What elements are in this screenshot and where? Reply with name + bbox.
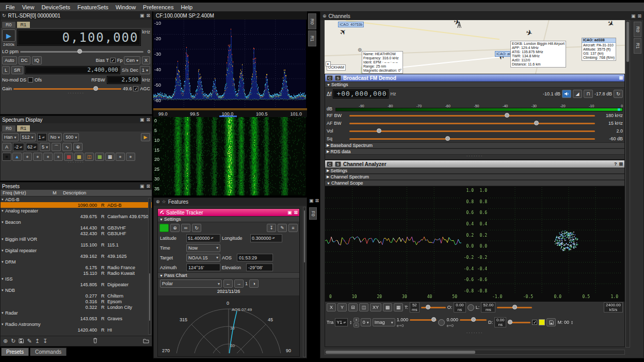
grid-icon[interactable] bbox=[105, 153, 115, 161]
shrink-icon[interactable] bbox=[140, 13, 144, 18]
link-device-icon[interactable] bbox=[181, 224, 190, 232]
slider[interactable] bbox=[349, 112, 595, 119]
features-scrollbar[interactable] bbox=[303, 207, 306, 357]
tree-expand-icon[interactable]: ▾ bbox=[1, 209, 5, 213]
decimation-select[interactable]: 1 bbox=[140, 66, 150, 74]
close-icon[interactable] bbox=[637, 14, 641, 19]
lo-ppm-slider[interactable] bbox=[20, 48, 143, 55]
preset-row[interactable]: 432.430 R GB3UHF bbox=[1, 231, 152, 236]
close-icon[interactable] bbox=[619, 76, 623, 80]
tree-expand-icon[interactable]: ▾ bbox=[1, 322, 5, 326]
tab-presets[interactable]: Presets bbox=[1, 348, 29, 356]
trace-visible-checkbox[interactable] bbox=[532, 320, 537, 325]
slider[interactable] bbox=[349, 136, 595, 142]
autotarget-icon[interactable] bbox=[170, 224, 180, 232]
preset-row[interactable]: 115.100 R 115.1 bbox=[1, 242, 152, 248]
channels-vertical-scrollbar[interactable] bbox=[625, 20, 630, 348]
amplitude-slider[interactable] bbox=[410, 317, 437, 323]
play-spectrum-button[interactable]: ▶ bbox=[141, 133, 150, 141]
trace-offset-slider[interactable] bbox=[460, 317, 487, 323]
vertical-tab-r1[interactable]: R1 bbox=[308, 30, 316, 46]
range-stepper[interactable]: 62 bbox=[26, 143, 38, 151]
tree-expand-icon[interactable]: ▾ bbox=[1, 237, 5, 241]
latitude-field[interactable]: 51.400000 bbox=[186, 234, 220, 242]
fm-settings-section[interactable]: ▼Settings bbox=[325, 81, 624, 88]
feature-presets-icon[interactable] bbox=[162, 200, 166, 204]
frequency-tracker-icon[interactable] bbox=[73, 143, 83, 151]
preset-row[interactable]: ▾ Biggin Hill VOR bbox=[1, 236, 152, 242]
preset-row[interactable]: 15.110 R Radio Kuwait bbox=[1, 270, 152, 276]
download-icon[interactable] bbox=[267, 224, 276, 232]
pass-chart-section[interactable]: ▼Pass Chart bbox=[158, 272, 299, 278]
dark-theme-icon[interactable] bbox=[249, 279, 259, 288]
frequency-position-select[interactable]: Cen bbox=[124, 56, 140, 64]
sample-rate-display[interactable]: 2,400,000 bbox=[25, 66, 120, 74]
preset-row[interactable]: ▾ NDB bbox=[1, 287, 152, 293]
aircraft-icon[interactable]: ✈ bbox=[525, 28, 534, 38]
grid-toggle-icon[interactable] bbox=[23, 153, 32, 161]
fft-window-select[interactable]: Han bbox=[2, 133, 19, 141]
channels-horizontal-scrollbar[interactable] bbox=[325, 350, 625, 355]
preset-row[interactable]: 143.053 R Graves bbox=[1, 316, 152, 321]
trace-updown[interactable]: ▲▼ bbox=[349, 320, 352, 324]
column-freq[interactable]: Freq (MHz) bbox=[1, 190, 53, 195]
close-icon[interactable] bbox=[146, 118, 150, 122]
vertical-tab-r0[interactable]: R0 bbox=[308, 13, 316, 29]
menu-item[interactable]: FeatureSets bbox=[74, 4, 112, 11]
tab-r1[interactable]: R1 bbox=[17, 125, 31, 131]
scope-xy-canvas[interactable] bbox=[488, 187, 622, 294]
preset-row[interactable]: 0.316 R Epsom bbox=[1, 299, 152, 304]
change-device-icon[interactable] bbox=[2, 13, 6, 18]
waterfall-canvas[interactable] bbox=[153, 117, 306, 195]
menu-item[interactable]: Help bbox=[177, 4, 196, 11]
deemphasis-icon[interactable] bbox=[573, 90, 582, 98]
edit-preset-icon[interactable] bbox=[27, 338, 31, 344]
freeze-icon[interactable] bbox=[116, 153, 125, 161]
vertical-tab-r0[interactable]: R0 bbox=[634, 22, 641, 37]
add-channel-icon[interactable] bbox=[323, 14, 327, 19]
iq-button[interactable]: IQ bbox=[32, 56, 42, 64]
preset-row[interactable]: 1420.400 R HI bbox=[1, 327, 152, 333]
shrink-icon[interactable] bbox=[140, 184, 144, 189]
menu-item[interactable]: Preferences bbox=[139, 4, 177, 11]
refresh-rate-select[interactable]: 500 bbox=[63, 133, 79, 141]
start-device-button[interactable]: ▶ bbox=[2, 29, 15, 42]
tree-expand-icon[interactable]: ▾ bbox=[1, 198, 5, 202]
tab-r1[interactable]: R1 bbox=[17, 21, 31, 28]
sr-button[interactable]: SR bbox=[11, 66, 23, 74]
preset-row[interactable]: 145.805 R Digipeater bbox=[1, 282, 152, 287]
antenna-tower-icon[interactable] bbox=[457, 21, 462, 29]
preset-row[interactable]: ▾ DRM bbox=[1, 259, 152, 265]
time-select[interactable]: Now bbox=[186, 244, 220, 252]
resize-grip[interactable]: ······· bbox=[325, 155, 624, 158]
max-hold-icon[interactable] bbox=[33, 153, 42, 161]
reference-level-stepper[interactable]: -2 bbox=[13, 143, 24, 151]
center-frequency-display[interactable]: 0,100,000 bbox=[17, 29, 141, 46]
delay-slider[interactable] bbox=[508, 319, 530, 325]
baseband-spectrum-section[interactable]: ▶Baseband Spectrum bbox=[325, 142, 624, 149]
tab-commands[interactable]: Commands bbox=[30, 348, 67, 356]
phosphor-icon[interactable] bbox=[52, 143, 61, 151]
markers-icon[interactable] bbox=[62, 143, 72, 151]
spectrum-canvas[interactable] bbox=[153, 20, 306, 108]
agc-checkbox[interactable] bbox=[133, 86, 138, 91]
export-preset-icon[interactable] bbox=[35, 338, 40, 344]
resize-grip[interactable]: ······· bbox=[1, 92, 152, 95]
tree-expand-icon[interactable]: ▾ bbox=[1, 288, 5, 292]
preset-row[interactable]: ▾ Radar bbox=[1, 310, 152, 316]
channel-settings-button[interactable]: C bbox=[327, 75, 333, 81]
time-scale-slider[interactable] bbox=[421, 304, 446, 310]
audio-mute-icon[interactable] bbox=[562, 90, 571, 98]
update-tle-icon[interactable] bbox=[192, 224, 201, 232]
close-icon[interactable] bbox=[619, 162, 623, 167]
preset-row[interactable]: 0.322 R London City bbox=[1, 304, 152, 310]
offset-dial[interactable] bbox=[468, 304, 474, 311]
preset-row[interactable]: ▾ ADS-B bbox=[1, 196, 152, 202]
rfbw-display[interactable]: 2,500 bbox=[107, 76, 141, 84]
aircraft-icon[interactable]: ✈ bbox=[339, 27, 348, 38]
save-preset-icon[interactable] bbox=[19, 338, 24, 344]
preset-row[interactable]: ▾ ISS bbox=[1, 276, 152, 282]
split-view-icon[interactable] bbox=[85, 153, 94, 161]
import-preset-icon[interactable] bbox=[43, 338, 47, 344]
trace-input-select[interactable]: 0 bbox=[361, 318, 371, 326]
